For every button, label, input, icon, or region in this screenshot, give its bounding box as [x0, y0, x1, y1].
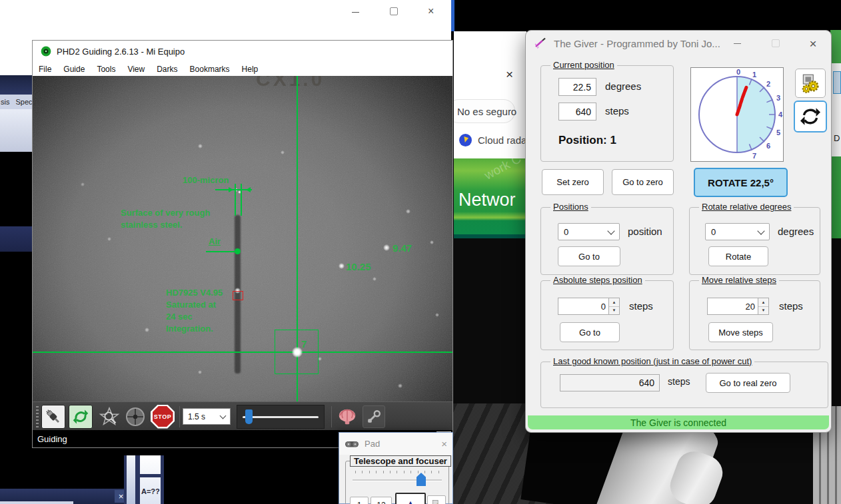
menu-darks[interactable]: Darks: [151, 65, 183, 74]
menu-tools[interactable]: Tools: [91, 65, 121, 74]
set-zero-button[interactable]: Set zero: [542, 169, 604, 195]
slider-thumb[interactable]: [245, 409, 253, 424]
wand-icon: [534, 37, 547, 50]
connect-equipment-button[interactable]: [41, 405, 65, 429]
giver-titlebar[interactable]: The Giver - Programmed by Toni Jo... ×: [526, 31, 831, 56]
pad-button-1[interactable]: 1: [350, 497, 369, 504]
positions-go-to-button[interactable]: Go to: [558, 246, 620, 266]
spin-down-icon[interactable]: ▼: [609, 307, 619, 315]
field-star: [145, 328, 149, 332]
move-steps-button[interactable]: Move steps: [708, 322, 773, 342]
go-to-real-zero-button[interactable]: Go to real zero: [706, 373, 790, 393]
rotate-relative-combo[interactable]: 0: [705, 223, 770, 240]
move-relative-spinner[interactable]: 20 ▲ ▼: [707, 298, 769, 315]
menu-file[interactable]: File: [33, 65, 57, 74]
hd-label-line4: Integration.: [166, 324, 213, 334]
spin-down-icon[interactable]: ▼: [758, 307, 768, 315]
spin-buttons[interactable]: ▲ ▼: [608, 298, 619, 314]
background-window-minimize-button[interactable]: [349, 5, 362, 19]
air-pointer-line: [206, 251, 236, 252]
focuser-slider-track[interactable]: [353, 479, 442, 481]
phd2-titlebar[interactable]: PHD2 Guiding 2.6.13 - Mi Equipo: [33, 41, 452, 62]
sensor-noise: [33, 76, 452, 401]
pad-close-button[interactable]: ×: [441, 438, 447, 449]
exposure-select[interactable]: 1.5 s: [183, 408, 231, 425]
last-good-field[interactable]: 640: [560, 374, 660, 391]
rotate-relative-button[interactable]: Rotate: [708, 246, 768, 266]
field-star: [406, 209, 411, 214]
micron-arrow-left: [229, 187, 236, 192]
banner-image: work C Networ: [454, 158, 526, 234]
guide-star-label: 7: [301, 338, 307, 350]
refresh-connection-button[interactable]: [794, 101, 827, 132]
positions-combo[interactable]: 0: [558, 223, 620, 240]
gears-icon: [800, 73, 821, 94]
crosshair-horizontal: [33, 352, 452, 353]
camera-setup-button[interactable]: [363, 405, 385, 428]
rotator-dial-graphic: 0 1 2 3 4 5 6 7: [691, 68, 783, 161]
field-star: [398, 383, 403, 388]
background-window-close-button[interactable]: ×: [428, 6, 434, 17]
steps-field[interactable]: 640: [558, 103, 596, 121]
measured-star-2: [339, 263, 345, 269]
go-to-zero-button[interactable]: Go to zero: [612, 169, 674, 195]
last-good-unit: steps: [668, 376, 690, 387]
giver-close-button[interactable]: ×: [803, 33, 823, 53]
absolute-steps-unit: steps: [629, 300, 653, 312]
menu-guide[interactable]: Guide: [57, 65, 91, 74]
pad-button-12[interactable]: 12: [371, 497, 392, 504]
right-edge-card: D: [832, 63, 841, 156]
gears-setup-button[interactable]: [795, 69, 826, 98]
rotator-dial: 0 1 2 3 4 5 6 7: [690, 67, 784, 162]
guide-state: Guiding: [37, 434, 67, 444]
menu-view[interactable]: View: [121, 65, 151, 74]
fragment-column-b: A=??: [140, 455, 161, 504]
guide-button[interactable]: [122, 405, 149, 429]
pad-window: Pad × Telescope and focuser 1 12 ▲: [339, 432, 453, 504]
pad-titlebar[interactable]: Pad ×: [339, 433, 452, 455]
left-menu-item-a[interactable]: sis: [1, 98, 9, 106]
degrees-field[interactable]: 22.5: [558, 78, 596, 96]
pad-setup-button[interactable]: [427, 495, 446, 504]
guide-camera-image[interactable]: CX1.0: [33, 76, 452, 401]
spin-buttons[interactable]: ▲ ▼: [758, 298, 768, 314]
surface-label-line2: stainless steel.: [121, 220, 183, 230]
exposure-slider[interactable]: [237, 405, 325, 429]
suggestion-label: Cloud rada: [478, 134, 526, 146]
absolute-steps-spinner[interactable]: 0 ▲ ▼: [558, 298, 620, 315]
menu-help[interactable]: Help: [236, 65, 265, 74]
rotate-relative-combo-value: 0: [711, 227, 716, 237]
loop-exposures-button[interactable]: [69, 405, 93, 429]
pad-up-button[interactable]: ▲: [395, 493, 426, 504]
spin-up-icon[interactable]: ▲: [758, 298, 768, 307]
field-star: [198, 144, 203, 148]
positions-group: Positions 0 position Go to: [540, 207, 674, 275]
giver-maximize-button[interactable]: [766, 33, 786, 53]
current-position-group: Current position 22.5 degrees 640 steps …: [540, 65, 674, 162]
security-chip[interactable]: No es seguro: [454, 99, 515, 123]
left-fragment-navy: [0, 226, 32, 252]
toolbar-gripper[interactable]: [36, 406, 39, 427]
absolute-steps-go-to-button[interactable]: Go to: [560, 322, 620, 342]
suggestion-row[interactable]: Cloud rada: [459, 131, 526, 148]
menu-bookmarks[interactable]: Bookmarks: [184, 65, 236, 74]
advanced-settings-button[interactable]: [335, 405, 360, 428]
auto-select-star-button[interactable]: [97, 405, 122, 429]
giver-minimize-button[interactable]: [727, 33, 747, 53]
phd2-toolbar: STOP 1.5 s: [33, 401, 452, 431]
dial-number: 6: [766, 142, 770, 150]
focuser-slider-thumb[interactable]: [417, 473, 426, 486]
last-good-group: Last good known position (just in case o…: [540, 362, 828, 408]
browser-fragment: × No es seguro Cloud rada work C Networ: [454, 31, 526, 240]
rotate-relative-unit: degrees: [778, 226, 814, 237]
star-mag-1: 9.47: [393, 242, 412, 254]
background-window-maximize-button[interactable]: [387, 5, 401, 18]
telescope-focuser-group: Telescope and focuser 1 12 ▲: [345, 461, 449, 504]
move-relative-unit: steps: [779, 300, 803, 312]
spin-up-icon[interactable]: ▲: [609, 298, 619, 307]
left-menu-item-b[interactable]: Spec: [15, 98, 32, 106]
stop-button[interactable]: STOP: [151, 405, 175, 429]
rotate-main-button[interactable]: ROTATE 22,5°: [694, 168, 788, 197]
browser-close-button[interactable]: ×: [506, 68, 513, 81]
pad-title: Pad: [365, 439, 380, 449]
